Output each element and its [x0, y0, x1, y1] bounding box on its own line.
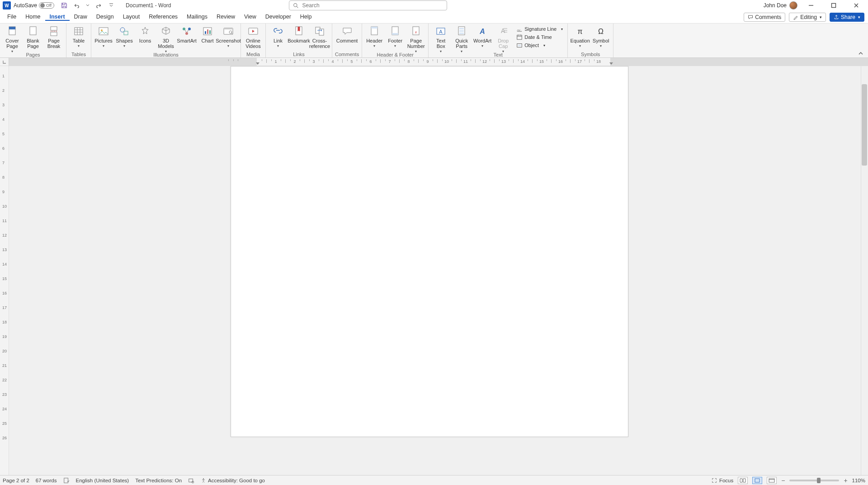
svg-rect-6	[51, 32, 57, 36]
comment-button[interactable]: Comment	[338, 24, 357, 43]
tab-review[interactable]: Review	[212, 14, 240, 21]
date-time-button[interactable]: Date & Time	[514, 33, 565, 41]
maximize-button[interactable]	[825, 1, 843, 10]
svg-rect-17	[207, 29, 208, 34]
tab-design[interactable]: Design	[92, 14, 118, 21]
share-button[interactable]: Share ▾	[830, 13, 864, 22]
svg-rect-46	[189, 479, 193, 482]
screenshot-icon	[222, 25, 235, 37]
svg-rect-27	[371, 27, 377, 29]
tab-home[interactable]: Home	[21, 14, 45, 21]
cover-page-button[interactable]: CoverPage▾	[3, 24, 22, 54]
bookmark-button[interactable]: Bookmark	[289, 24, 308, 43]
undo-dropdown-icon[interactable]	[84, 2, 91, 9]
search-placeholder: Search	[302, 2, 320, 9]
indent-marker-icon[interactable]	[256, 62, 259, 65]
word-app-icon: W	[3, 1, 11, 10]
signature-line-button[interactable]: Signature Line ▾	[514, 25, 565, 33]
tab-developer[interactable]: Developer	[261, 14, 296, 21]
status-language[interactable]: English (United States)	[76, 478, 129, 483]
tab-view[interactable]: View	[240, 14, 261, 21]
scrollbar-thumb[interactable]	[862, 84, 867, 166]
svg-rect-49	[755, 479, 760, 482]
text-box-button[interactable]: ATextBox▾	[431, 24, 450, 54]
tab-draw[interactable]: Draw	[70, 14, 92, 21]
document-canvas[interactable]	[9, 66, 868, 475]
ruler-vertical[interactable]: 1234567891011121314151617181920212223242…	[0, 66, 9, 475]
status-page[interactable]: Page 2 of 2	[3, 478, 29, 483]
autosave-toggle[interactable]: AutoSave Off	[14, 2, 54, 9]
account-user[interactable]: John Doe	[764, 1, 797, 10]
group-label: Header & Footer	[377, 52, 414, 57]
zoom-out-button[interactable]: −	[781, 477, 785, 484]
web-layout-view-button[interactable]	[767, 477, 777, 484]
tab-references[interactable]: References	[144, 14, 182, 21]
chevron-down-icon: ▾	[394, 43, 396, 49]
focus-mode-button[interactable]: Focus	[711, 477, 733, 484]
chart-button[interactable]: Chart	[198, 24, 217, 43]
table-icon	[72, 25, 85, 37]
zoom-in-button[interactable]: +	[844, 477, 847, 484]
svg-rect-5	[51, 27, 57, 30]
status-text-predictions[interactable]: Text Predictions: On	[135, 478, 182, 483]
equation-button[interactable]: πEquation▾	[571, 24, 590, 49]
screenshot-button[interactable]: Screenshot▾	[219, 24, 238, 49]
toggle-switch-icon[interactable]: Off	[39, 2, 54, 9]
qat-customize-icon[interactable]	[108, 2, 115, 9]
tab-mailings[interactable]: Mailings	[182, 14, 212, 21]
pictures-button[interactable]: Pictures▾	[94, 24, 113, 49]
undo-icon[interactable]	[72, 2, 80, 9]
status-macro[interactable]	[188, 477, 194, 484]
tab-help[interactable]: Help	[296, 14, 316, 21]
collapse-ribbon-icon[interactable]	[858, 51, 863, 56]
footer-button[interactable]: Footer▾	[386, 24, 405, 49]
status-spellcheck[interactable]	[63, 477, 70, 484]
status-accessibility[interactable]: Accessibility: Good to go	[201, 478, 265, 483]
ruler-horizontal[interactable]: 123456789101112131415161718	[0, 58, 868, 66]
object-button[interactable]: Object ▾	[514, 42, 565, 49]
symbol-button[interactable]: ΩSymbol▾	[591, 24, 610, 49]
header-button[interactable]: Header▾	[365, 24, 384, 49]
online-videos-button[interactable]: OnlineVideos	[244, 24, 263, 49]
shapes-button[interactable]: Shapes▾	[115, 24, 134, 49]
symbol-icon: Ω	[594, 25, 607, 37]
tab-insert[interactable]: Insert	[45, 14, 70, 21]
status-word-count[interactable]: 67 words	[36, 478, 57, 483]
svg-rect-16	[205, 31, 206, 34]
print-layout-view-button[interactable]	[752, 477, 762, 484]
tab-layout[interactable]: Layout	[118, 14, 145, 21]
icons-button[interactable]: Icons	[136, 24, 155, 43]
tab-file[interactable]: File	[3, 14, 21, 21]
read-mode-view-button[interactable]	[738, 477, 748, 484]
link-button[interactable]: Link▾	[269, 24, 288, 49]
save-icon[interactable]	[61, 2, 68, 9]
right-indent-marker-icon[interactable]	[609, 62, 613, 65]
group-label: Links	[293, 51, 305, 57]
page-break-button[interactable]: PageBreak	[44, 24, 63, 49]
date-time-icon	[516, 34, 523, 40]
redo-icon[interactable]	[96, 2, 103, 9]
page-number-button[interactable]: #PageNumber▾	[406, 24, 425, 54]
svg-rect-40	[517, 35, 522, 40]
cross-reference-button[interactable]: Cross-reference	[310, 24, 329, 49]
3d-models-button[interactable]: 3DModels▾	[156, 24, 175, 54]
close-button[interactable]	[847, 1, 865, 10]
search-box[interactable]: Search	[289, 0, 447, 10]
table-button[interactable]: Table▾	[69, 24, 88, 49]
zoom-level-button[interactable]: 110%	[852, 478, 865, 483]
smartart-button[interactable]: SmartArt	[177, 24, 196, 43]
page[interactable]	[231, 66, 628, 437]
zoom-slider[interactable]	[789, 480, 839, 481]
editing-mode-button[interactable]: Editing ▾	[789, 13, 826, 22]
zoom-slider-thumb[interactable]	[817, 478, 821, 483]
quick-parts-button[interactable]: QuickParts▾	[452, 24, 471, 54]
wordart-button[interactable]: AWordArt▾	[473, 24, 492, 49]
ruler-tab-selector[interactable]	[0, 58, 9, 66]
vertical-scrollbar[interactable]	[861, 66, 868, 475]
blank-page-button[interactable]: BlankPage	[24, 24, 42, 49]
comments-button[interactable]: Comments	[744, 13, 785, 22]
minimize-button[interactable]	[802, 1, 820, 10]
chevron-down-icon: ▾	[481, 43, 483, 49]
cover-page-icon	[6, 25, 19, 37]
footer-icon	[389, 25, 401, 37]
